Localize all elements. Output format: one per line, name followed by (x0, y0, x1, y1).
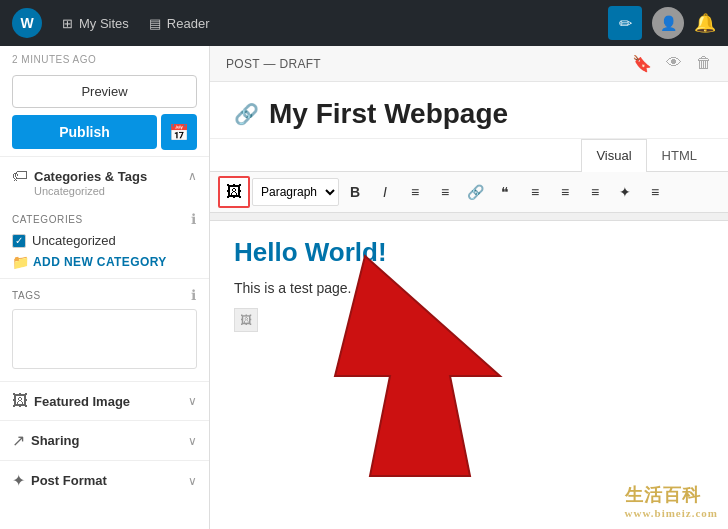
publish-button[interactable]: Publish (12, 115, 157, 149)
logo-text: W (20, 15, 33, 31)
link-button[interactable]: 🔗 (461, 178, 489, 206)
notifications-bell[interactable]: 🔔 (694, 12, 716, 34)
categories-label: CATEGORIES (12, 214, 83, 225)
categories-section: CATEGORIES ℹ ✓ Uncategorized 📁 ADD NEW C… (0, 203, 209, 278)
editor-body[interactable]: Hello World! This is a test page. 🖼 (210, 221, 728, 529)
category-item-uncategorized[interactable]: ✓ Uncategorized (12, 233, 197, 248)
bold-button[interactable]: B (341, 178, 369, 206)
calendar-icon: 📅 (169, 123, 189, 142)
editor-wrapper: POST — DRAFT 🔖 👁 🗑 🔗 My First Webpage (210, 46, 728, 529)
draft-label: DRAFT (279, 57, 321, 71)
categories-tags-header[interactable]: 🏷 Categories & Tags ∧ (12, 167, 197, 185)
tab-visual[interactable]: Visual (581, 139, 646, 172)
sidebar: 2 MINUTES AGO Preview Publish 📅 🏷 Catego… (0, 46, 210, 529)
sharing-section: ↗ Sharing ∨ (0, 420, 209, 460)
categories-tags-title-row: 🏷 Categories & Tags (12, 167, 147, 185)
post-format-title: Post Format (31, 473, 107, 488)
align-left-button[interactable]: ≡ (521, 178, 549, 206)
sharing-icon: ↗ (12, 431, 25, 450)
user-avatar[interactable]: 👤 (652, 7, 684, 39)
tag-icon: 🏷 (12, 167, 28, 185)
featured-image-chevron: ∨ (188, 394, 197, 408)
reader-label: Reader (167, 16, 210, 31)
preview-button[interactable]: Preview (12, 75, 197, 108)
bookmark-icon[interactable]: 🔖 (632, 54, 652, 73)
uncategorized-checkbox[interactable]: ✓ (12, 234, 26, 248)
featured-image-icon: 🖼 (12, 392, 28, 410)
nav-right-actions: ✏ 👤 🔔 (608, 6, 716, 40)
post-timestamp: 2 MINUTES AGO (0, 46, 209, 69)
tags-section: TAGS ℹ (0, 278, 209, 381)
trash-icon[interactable]: 🗑 (696, 54, 712, 73)
publish-container: Publish 📅 (12, 114, 197, 150)
tags-input[interactable] (12, 309, 197, 369)
sharing-header[interactable]: ↗ Sharing ∨ (12, 431, 197, 450)
write-icon: ✏ (619, 14, 632, 33)
featured-image-header[interactable]: 🖼 Featured Image ∨ (12, 392, 197, 410)
tab-html[interactable]: HTML (647, 139, 712, 171)
post-status: POST — DRAFT (226, 57, 321, 71)
paragraph-select[interactable]: Paragraph (252, 178, 339, 206)
reader-icon: ▤ (149, 16, 161, 31)
write-button[interactable]: ✏ (608, 6, 642, 40)
categories-tags-title: Categories & Tags (34, 169, 147, 184)
editor-area: POST — DRAFT 🔖 👁 🗑 🔗 My First Webpage (210, 46, 728, 529)
eye-icon[interactable]: 👁 (666, 54, 682, 73)
checkbox-checkmark: ✓ (15, 235, 23, 246)
featured-image-section: 🖼 Featured Image ∨ (0, 381, 209, 420)
align-center-button[interactable]: ≡ (551, 178, 579, 206)
categories-chevron-up: ∧ (188, 169, 197, 183)
add-category-label: ADD NEW CATEGORY (33, 255, 167, 269)
editor-content: 🔗 My First Webpage Visual HTML 🖼 Paragra… (210, 82, 728, 529)
ordered-list-button[interactable]: ≡ (431, 178, 459, 206)
categories-label-row: CATEGORIES ℹ (12, 211, 197, 227)
unordered-list-button[interactable]: ≡ (401, 178, 429, 206)
post-format-icon: ✦ (12, 471, 25, 490)
align-right-button[interactable]: ≡ (581, 178, 609, 206)
special-button[interactable]: ✦ (611, 178, 639, 206)
uncategorized-label: Uncategorized (32, 233, 116, 248)
my-sites-nav[interactable]: ⊞ My Sites (62, 16, 129, 31)
reader-nav[interactable]: ▤ Reader (149, 16, 210, 31)
add-new-category-button[interactable]: 📁 ADD NEW CATEGORY (12, 254, 197, 270)
scrollbar-area[interactable] (210, 213, 728, 221)
top-navigation: W ⊞ My Sites ▤ Reader ✏ 👤 🔔 (0, 0, 728, 46)
bell-icon: 🔔 (694, 13, 716, 33)
categories-subtitle: Uncategorized (34, 185, 197, 197)
categories-tags-section[interactable]: 🏷 Categories & Tags ∧ Uncategorized (0, 156, 209, 203)
sharing-title-row: ↗ Sharing (12, 431, 79, 450)
tags-label: TAGS (12, 290, 41, 301)
test-page-text: This is a test page. (234, 280, 704, 296)
blockquote-button[interactable]: ❝ (491, 178, 519, 206)
image-placeholder: 🖼 (234, 308, 258, 332)
post-format-title-row: ✦ Post Format (12, 471, 107, 490)
featured-title-row: 🖼 Featured Image (12, 392, 130, 410)
editor-topbar: POST — DRAFT 🔖 👁 🗑 (210, 46, 728, 82)
tags-info-icon[interactable]: ℹ (191, 287, 197, 303)
post-title-area: 🔗 My First Webpage (210, 82, 728, 139)
tags-label-row: TAGS ℹ (12, 287, 197, 303)
hello-world-heading: Hello World! (234, 237, 704, 268)
wordpress-logo[interactable]: W (12, 8, 42, 38)
editor-toolbar: 🖼 Paragraph B I ≡ ≡ 🔗 ❝ ≡ ≡ ≡ ✦ ≡ (210, 172, 728, 213)
insert-image-icon: 🖼 (226, 183, 242, 201)
editor-tabs: Visual HTML (210, 139, 728, 172)
schedule-button[interactable]: 📅 (161, 114, 197, 150)
sites-icon: ⊞ (62, 16, 73, 31)
featured-image-title: Featured Image (34, 394, 130, 409)
post-title-link-icon: 🔗 (234, 102, 259, 126)
post-format-header[interactable]: ✦ Post Format ∨ (12, 471, 197, 490)
italic-button[interactable]: I (371, 178, 399, 206)
post-format-chevron: ∨ (188, 474, 197, 488)
main-layout: 2 MINUTES AGO Preview Publish 📅 🏷 Catego… (0, 46, 728, 529)
post-label: POST (226, 57, 260, 71)
post-format-section: ✦ Post Format ∨ (0, 460, 209, 500)
more-button[interactable]: ≡ (641, 178, 669, 206)
my-sites-label: My Sites (79, 16, 129, 31)
categories-info-icon[interactable]: ℹ (191, 211, 197, 227)
post-title[interactable]: My First Webpage (269, 98, 508, 130)
insert-image-button[interactable]: 🖼 (218, 176, 250, 208)
folder-icon: 📁 (12, 254, 29, 270)
sharing-title: Sharing (31, 433, 79, 448)
editor-topbar-icons: 🔖 👁 🗑 (632, 54, 712, 73)
